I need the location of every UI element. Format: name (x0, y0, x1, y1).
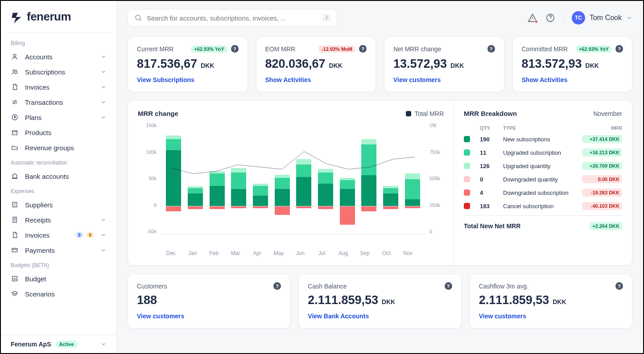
logo[interactable]: fenerum (1, 10, 116, 30)
stat-pill: +62.93% YoY (576, 45, 612, 53)
status-badge: Active (56, 341, 78, 348)
kbd-shortcut: / (323, 14, 330, 21)
y-axis-left: 150k100k50k0-50k (138, 123, 160, 234)
topbar: / TC Tom Cook (128, 9, 632, 27)
section-recon: Automatic reconciliation (1, 155, 116, 169)
sidebar-item-products[interactable]: Products (1, 125, 116, 140)
sidebar-item-exp-invoices[interactable]: Invoices 9 9 (1, 227, 116, 243)
sidebar-label: Budget (25, 275, 107, 283)
ytick: 250k (429, 202, 440, 208)
sidebar-label: Revenue groups (25, 144, 107, 152)
stat-card-1: EOM MRR -12.93% MoM ? 820.036,67 DKK Sho… (256, 37, 376, 92)
ytick: 1M (429, 123, 436, 128)
sidebar-label: Plans (25, 114, 94, 121)
sidebar-footer[interactable]: Fenerum ApS Active (1, 335, 116, 353)
svg-rect-4 (12, 131, 17, 135)
sidebar-item-plans[interactable]: Plans (1, 110, 116, 125)
notification-dot (535, 20, 538, 23)
bottom-link[interactable]: View customers (479, 313, 526, 320)
sidebar-item-suppliers[interactable]: Suppliers (1, 197, 116, 212)
bk-type: Downgraded quantity (503, 176, 577, 183)
sidebar-item-subscriptions[interactable]: Subscriptions (1, 64, 116, 79)
badge-blue: 9 (75, 232, 83, 238)
help-icon[interactable]: ? (231, 45, 239, 53)
sidebar-item-bank-accounts[interactable]: Bank accounts (1, 169, 116, 184)
stat-link[interactable]: Show Activities (522, 76, 568, 83)
swatch (464, 203, 470, 209)
xtick: Mar (225, 250, 246, 256)
sidebar-label: Products (25, 129, 107, 136)
sidebar: fenerum Billing Accounts Subscriptions I… (1, 1, 117, 353)
help-icon[interactable]: ? (273, 282, 281, 290)
stat-link[interactable]: View customers (393, 76, 441, 83)
sidebar-label: Bank accounts (25, 173, 107, 180)
stat-card-2: Net MRR change ? 13.572,93 DKK View cust… (384, 37, 504, 92)
bottom-link[interactable]: View customers (137, 313, 184, 320)
sidebar-label: Scenarios (25, 290, 107, 298)
bk-mrr: -40.103 DKK (582, 202, 622, 210)
card-icon (11, 246, 19, 254)
sidebar-item-invoices[interactable]: Invoices (1, 79, 116, 95)
xtick: Dec (160, 250, 182, 256)
chevron-down-icon (100, 232, 107, 238)
help-button[interactable] (545, 13, 555, 23)
xtick: Aug (333, 250, 354, 256)
bk-type: Upgraded subscription (503, 149, 577, 156)
sidebar-item-transactions[interactable]: Transactions (1, 95, 116, 110)
sidebar-item-accounts[interactable]: Accounts (1, 49, 116, 64)
badge-yellow: 9 (86, 232, 94, 238)
bottom-title: Cash Balance (308, 283, 347, 290)
help-icon[interactable]: ? (445, 282, 452, 290)
bank-icon (11, 172, 19, 180)
total-value: +2.264 DKK (590, 222, 622, 230)
bk-type: Cancel subscription (503, 203, 577, 210)
xtick: Jan (182, 250, 203, 256)
sidebar-label: Subscriptions (25, 68, 94, 76)
sidebar-label: Invoices (25, 231, 69, 239)
xtick: Sep (354, 250, 376, 256)
svg-point-2 (16, 70, 17, 71)
help-icon (545, 13, 555, 23)
search-input[interactable] (147, 14, 318, 22)
stat-link[interactable]: View Subscriptions (137, 76, 194, 83)
col-type: TYPE (503, 125, 577, 131)
help-icon[interactable]: ? (615, 45, 623, 53)
chevron-down-icon (626, 15, 632, 21)
help-icon[interactable]: ? (359, 45, 367, 53)
sidebar-item-scenarios[interactable]: Scenarios (1, 286, 116, 301)
chevron-down-icon (100, 341, 107, 347)
bk-mrr: 0.00 DKK (582, 175, 622, 183)
help-icon[interactable]: ? (615, 282, 623, 290)
coin-icon (11, 113, 19, 121)
breakdown-row: 190 New subscriptions +37.414 DKK (464, 135, 622, 143)
layers-icon (11, 290, 19, 298)
breakdown-row: 0 Downgraded quantity 0.00 DKK (464, 175, 622, 183)
sidebar-item-payments[interactable]: Payments (1, 243, 116, 258)
search-box[interactable]: / (128, 9, 337, 27)
stats-row: Current MRR +62.93% YoY ? 817.536,67 DKK… (128, 37, 632, 92)
help-icon[interactable]: ? (487, 45, 495, 53)
sidebar-label: Accounts (25, 53, 94, 61)
stat-link[interactable]: Show Activities (265, 76, 311, 83)
ytick: 500k (429, 176, 440, 181)
bottom-link[interactable]: View Bank Accounts (308, 313, 369, 320)
swatch (464, 189, 470, 196)
bk-qty: 4 (480, 189, 498, 196)
receipt-icon (11, 216, 19, 224)
sidebar-item-revenue-groups[interactable]: Revenue groups (1, 140, 116, 155)
user-menu[interactable]: TC Tom Cook (572, 11, 632, 25)
bk-mrr: +16.213 DKK (582, 148, 622, 156)
sidebar-item-budget[interactable]: Budget (1, 271, 116, 286)
bottom-card-2: Cashflow 3m avg. ? 2.111.859,53 DKK View… (470, 274, 632, 329)
stat-value: 813.572,93 DKK (522, 57, 623, 71)
chart-plot (160, 123, 426, 234)
chevron-down-icon (100, 84, 107, 90)
bottom-title: Customers (137, 283, 167, 290)
col-mrr: MRR (582, 125, 622, 131)
svg-point-1 (13, 70, 15, 71)
logo-text: fenerum (27, 10, 71, 24)
breakdown-row: 4 Downgraded subscription -19.283 DKK (464, 189, 622, 197)
bk-type: Downgraded subscription (503, 189, 577, 196)
sidebar-item-receipts[interactable]: Receipts (1, 212, 116, 227)
alerts-button[interactable] (528, 13, 537, 23)
